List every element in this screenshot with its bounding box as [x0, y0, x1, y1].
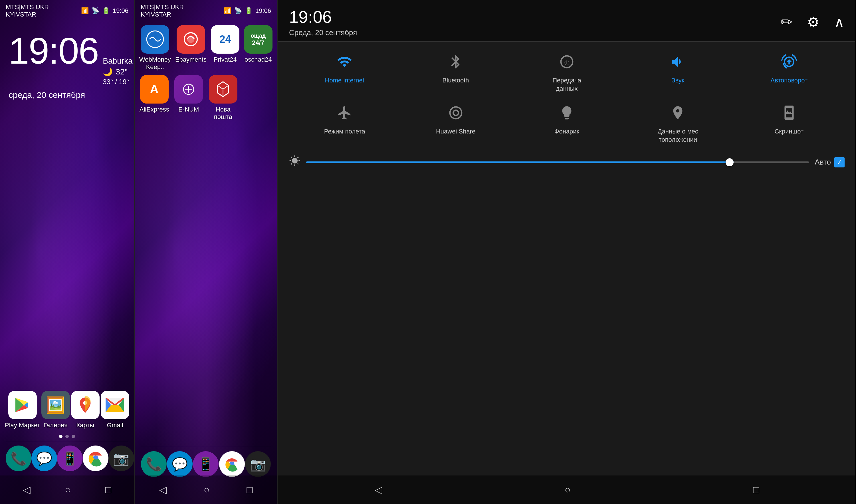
app-gmail[interactable]: Gmail [101, 391, 129, 429]
dock2-chrome[interactable] [219, 451, 245, 477]
nav-recent-2[interactable]: □ [238, 481, 261, 498]
aliexpress-label: AliExpress [140, 106, 169, 113]
wifi-icon-1: 📶 [81, 7, 89, 15]
phone-panel-1: MTS|MTS UKR KYIVSTAR 📶 📡 🔋 19:06 19:06 B… [0, 0, 134, 504]
qs-screenshot[interactable]: Скриншот [763, 101, 815, 144]
dock-chrome-1[interactable] [83, 446, 108, 471]
autorotate-icon [778, 50, 800, 73]
app-aliexpress[interactable]: A AliExpress [139, 75, 170, 121]
gmail-label: Gmail [107, 421, 123, 429]
svg-text:①: ① [564, 59, 570, 66]
qs-airplane[interactable]: Режим полета [319, 101, 370, 144]
top-apps-grid: WebMoney Keep.. Epayments 24 Privat24 ощ… [139, 25, 272, 71]
phone-panel-2: MTS|MTS UKR KYIVSTAR 📶 📡 🔋 19:06 WebMone… [134, 0, 277, 504]
nav-home-3[interactable]: ○ [556, 481, 579, 498]
temperature: 32° [115, 67, 127, 76]
qs-location[interactable]: Данные о местоположении [652, 101, 703, 144]
dock2-messages-icon: 💬 [167, 451, 193, 477]
brightness-icon [289, 155, 301, 169]
carrier-info-1: MTS|MTS UKR KYIVSTAR [6, 3, 49, 19]
maps-icon [71, 391, 100, 419]
battery-icon-2: 🔋 [245, 7, 252, 15]
qs-data-transfer[interactable]: ① Передачаданных [541, 50, 592, 93]
dot-2 [65, 435, 69, 438]
battery-icon-1: 🔋 [102, 7, 110, 15]
oschad24-label: oschad24 [245, 56, 272, 63]
webmoney-icon [141, 25, 169, 54]
app-gallery[interactable]: 🖼️ Галерея [41, 391, 70, 429]
dock-messages-1[interactable]: 💬 [31, 446, 57, 471]
dock2-messages[interactable]: 💬 [167, 451, 193, 477]
nav-home-2[interactable]: ○ [195, 481, 218, 498]
dock2-phone-icon: 📞 [141, 451, 167, 477]
qs-sound[interactable]: Звук [652, 50, 703, 93]
app-privat24[interactable]: 24 Privat24 [211, 25, 240, 71]
brightness-slider[interactable] [306, 161, 809, 163]
svg-point-17 [453, 110, 458, 115]
dock-phone-1[interactable]: 📞 [6, 446, 31, 471]
app-novaposhta[interactable]: Нова пошта [208, 75, 238, 121]
notif-time-block: 19:06 Среда, 20 сентября [289, 7, 357, 37]
gallery-icon: 🖼️ [41, 391, 70, 419]
nav-back-2[interactable]: ◁ [151, 481, 176, 498]
qs-row-1: Home internet Bluetooth ① Передачаданных [289, 50, 844, 93]
autorotate-label: Автоповорот [770, 76, 807, 85]
data-transfer-label: Передачаданных [552, 76, 581, 93]
qs-flashlight[interactable]: Фонарик [541, 101, 592, 144]
gmail-icon [101, 391, 129, 419]
wifi-icon-2: 📶 [224, 7, 231, 15]
flashlight-label: Фонарик [554, 127, 579, 136]
dock-1: 📞 💬 📱 📷 [0, 441, 134, 475]
clock-date: среда, 20 сентября [8, 90, 126, 100]
bluetooth-icon [444, 50, 467, 73]
enum-label: E-NUM [178, 106, 199, 113]
notif-date: Среда, 20 сентября [289, 28, 357, 37]
qs-huawei-share[interactable]: Huawei Share [430, 101, 481, 144]
nav-back-3[interactable]: ◁ [366, 481, 391, 498]
nav-recent-3[interactable]: □ [745, 481, 768, 498]
status-icons-2: 📶 📡 🔋 19:06 [224, 7, 271, 15]
qs-bluetooth[interactable]: Bluetooth [430, 50, 481, 93]
qs-home-internet[interactable]: Home internet [319, 50, 370, 93]
nav-recent-1[interactable]: □ [97, 481, 120, 498]
chrome-icon-1 [83, 446, 108, 471]
location-icon [666, 101, 689, 124]
home-internet-label: Home internet [325, 76, 364, 85]
play-market-icon [8, 391, 37, 419]
collapse-icon[interactable]: ∧ [834, 14, 844, 31]
app-epayments[interactable]: Epayments [175, 25, 207, 71]
carrier-name-2: MTS|MTS UKR [141, 3, 184, 11]
notif-header: 19:06 Среда, 20 сентября ✏ ⚙ ∧ [278, 0, 855, 42]
dock-viber-1[interactable]: 📱 [57, 446, 83, 471]
auto-label: Авто [815, 158, 831, 166]
carrier-name-2b: KYIVSTAR [141, 11, 184, 18]
bottom-area-1: Play Маркет 🖼️ Галерея Карты Gmail [0, 388, 134, 504]
dock-camera-1[interactable]: 📷 [108, 446, 134, 471]
play-market-label: Play Маркет [5, 421, 40, 429]
time-status-1: 19:06 [113, 7, 128, 15]
app-maps[interactable]: Карты [71, 391, 100, 429]
dock2-camera[interactable]: 📷 [245, 451, 271, 477]
edit-icon[interactable]: ✏ [781, 14, 793, 31]
page-dots-1 [0, 432, 134, 441]
dock2-camera-icon: 📷 [245, 451, 271, 477]
settings-icon[interactable]: ⚙ [807, 14, 820, 31]
clock-time: 19:06 [8, 32, 99, 69]
airplane-label: Режим полета [324, 127, 365, 136]
phone-icon-1: 📞 [6, 446, 31, 471]
dock2-phone[interactable]: 📞 [141, 451, 167, 477]
dock2-viber[interactable]: 📱 [193, 451, 218, 477]
airplane-icon [333, 101, 356, 124]
auto-checkbox[interactable]: ✓ [834, 157, 844, 167]
brightness-auto: Авто ✓ [815, 157, 844, 167]
app-oschad24[interactable]: ощад 24/7 oschad24 [244, 25, 272, 71]
clock-location: Baburka 📍 [103, 56, 134, 66]
nav-back-1[interactable]: ◁ [14, 481, 39, 498]
app-webmoney[interactable]: WebMoney Keep.. [139, 25, 171, 71]
nav-home-1[interactable]: ○ [56, 481, 79, 498]
viber-icon-1: 📱 [57, 446, 83, 471]
qs-autorotate[interactable]: Автоповорот [763, 50, 815, 93]
notification-panel: 19:06 Среда, 20 сентября ✏ ⚙ ∧ Home inte… [278, 0, 855, 504]
app-play-market[interactable]: Play Маркет [5, 391, 40, 429]
app-enum[interactable]: E-NUM [174, 75, 204, 121]
